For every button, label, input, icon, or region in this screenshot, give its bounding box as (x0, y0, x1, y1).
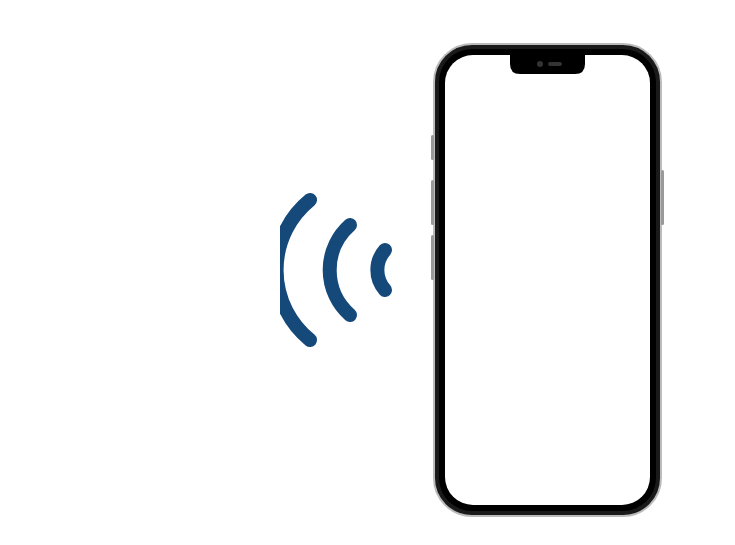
svg-rect-12 (431, 235, 434, 280)
svg-rect-11 (431, 180, 434, 225)
nfc-waves-icon (280, 180, 420, 360)
svg-point-7 (537, 61, 543, 67)
tag-label: TAG (105, 105, 149, 128)
nfc-brand-top: NFC (90, 201, 168, 243)
svg-rect-9 (661, 170, 664, 225)
smartphone-icon (430, 40, 665, 520)
svg-point-2 (149, 274, 157, 282)
nfc-tag-card: NFC SINNUP (60, 140, 230, 310)
svg-rect-6 (445, 55, 650, 505)
svg-rect-8 (548, 62, 562, 66)
svg-rect-10 (431, 135, 434, 160)
svg-point-3 (163, 247, 167, 251)
nfc-brand-bottom: SINNUP (92, 240, 166, 260)
bracket-left-icon: 〈 (380, 50, 389, 83)
